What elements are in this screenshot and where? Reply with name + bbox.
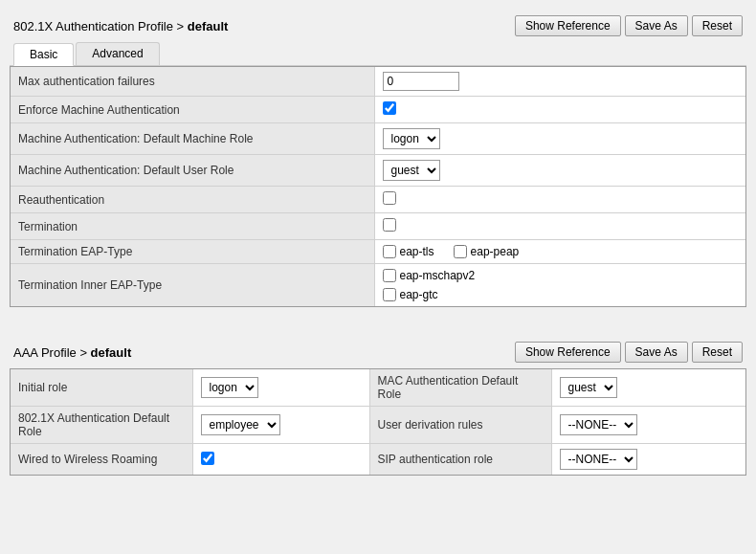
section-802x-form-table: Max authentication failures Enforce Mach… xyxy=(11,67,745,306)
termination-label: Termination xyxy=(11,213,374,240)
user-derivation-rules-label: User derivation rules xyxy=(369,407,551,444)
termination-value-cell xyxy=(374,213,745,240)
wired-to-wireless-label: Wired to Wireless Roaming xyxy=(11,444,192,476)
dot1x-auth-default-role-value-cell: employee guest xyxy=(192,407,369,444)
dot1x-auth-default-role-label: 802.1X Authentication Default Role xyxy=(11,407,192,444)
save-as-button-1[interactable]: Save As xyxy=(625,15,688,36)
eap-mschapv2-label: eap-mschapv2 xyxy=(400,269,476,282)
section-802x-buttons: Show Reference Save As Reset xyxy=(515,15,743,36)
eap-gtc-checkbox[interactable] xyxy=(383,288,396,301)
eap-mschapv2-option: eap-mschapv2 xyxy=(383,269,739,282)
user-derivation-rules-select[interactable]: --NONE-- xyxy=(560,414,637,435)
section-aaa: AAA Profile > default Show Reference Sav… xyxy=(10,336,746,476)
section-802x-table-container: Max authentication failures Enforce Mach… xyxy=(10,66,746,307)
reauthentication-checkbox[interactable] xyxy=(383,191,396,205)
row-dot1x-auth-default-role: 802.1X Authentication Default Role emplo… xyxy=(11,407,745,444)
eap-peap-label: eap-peap xyxy=(471,245,520,258)
section-802x: 802.1X Authentication Profile > default … xyxy=(10,10,746,307)
termination-checkbox[interactable] xyxy=(383,218,396,232)
max-auth-failures-label: Max authentication failures xyxy=(11,67,374,97)
eap-gtc-label: eap-gtc xyxy=(400,288,438,301)
dot1x-auth-default-role-select[interactable]: employee guest xyxy=(201,414,280,435)
section-802x-title: 802.1X Authentication Profile > default xyxy=(13,19,228,33)
row-machine-default-user-role: Machine Authentication: Default User Rol… xyxy=(11,155,745,187)
enforce-machine-auth-label: Enforce Machine Authentication xyxy=(11,97,374,123)
reauthentication-value-cell xyxy=(374,187,745,213)
tab-bar-1: Basic Advanced xyxy=(10,42,746,66)
termination-inner-eap-value-cell: eap-mschapv2 eap-gtc xyxy=(374,264,745,307)
section-aaa-form-table: Initial role logon guest MAC Authenticat… xyxy=(11,369,745,475)
initial-role-label: Initial role xyxy=(11,369,192,407)
mac-auth-default-role-value-cell: guest logon xyxy=(551,369,745,407)
eap-peap-option: eap-peap xyxy=(454,245,520,258)
section-aaa-title: AAA Profile > default xyxy=(13,345,131,360)
save-as-button-2[interactable]: Save As xyxy=(625,342,688,363)
termination-eap-value-cell: eap-tls eap-peap xyxy=(374,240,745,264)
row-termination-inner-eap-type: Termination Inner EAP-Type eap-mschapv2 … xyxy=(11,264,745,307)
row-reauthentication: Reauthentication xyxy=(11,187,745,213)
wired-to-wireless-value-cell xyxy=(192,444,369,476)
initial-role-select[interactable]: logon guest xyxy=(201,377,258,398)
show-reference-button-2[interactable]: Show Reference xyxy=(515,342,621,363)
mac-auth-default-role-select[interactable]: guest logon xyxy=(560,377,617,398)
termination-inner-eap-label: Termination Inner EAP-Type xyxy=(11,264,374,307)
row-initial-role: Initial role logon guest MAC Authenticat… xyxy=(11,369,745,407)
eap-options: eap-tls eap-peap xyxy=(383,245,739,258)
gap xyxy=(10,317,746,336)
eap-tls-checkbox[interactable] xyxy=(383,245,396,258)
section-aaa-buttons: Show Reference Save As Reset xyxy=(515,342,743,363)
machine-default-user-role-value-cell: guest logon xyxy=(374,155,745,187)
enforce-machine-auth-checkbox[interactable] xyxy=(383,101,396,115)
row-machine-default-machine-role: Machine Authentication: Default Machine … xyxy=(11,123,745,155)
reset-button-1[interactable]: Reset xyxy=(692,15,743,36)
section-802x-header: 802.1X Authentication Profile > default … xyxy=(10,10,746,42)
show-reference-button-1[interactable]: Show Reference xyxy=(515,15,621,36)
wired-to-wireless-checkbox[interactable] xyxy=(201,452,214,465)
eap-gtc-option: eap-gtc xyxy=(383,288,739,301)
user-derivation-rules-value-cell: --NONE-- xyxy=(551,407,745,444)
reauthentication-label: Reauthentication xyxy=(11,187,374,213)
section-aaa-table-container: Initial role logon guest MAC Authenticat… xyxy=(10,368,746,476)
reset-button-2[interactable]: Reset xyxy=(692,342,743,363)
row-wired-to-wireless: Wired to Wireless Roaming SIP authentica… xyxy=(11,444,745,476)
max-auth-failures-input[interactable] xyxy=(383,72,459,91)
tab-basic[interactable]: Basic xyxy=(13,43,74,66)
machine-default-machine-role-select[interactable]: logon guest xyxy=(383,128,440,149)
sip-auth-role-value-cell: --NONE-- xyxy=(551,444,745,476)
initial-role-value-cell: logon guest xyxy=(192,369,369,407)
inner-eap-options: eap-mschapv2 eap-gtc xyxy=(383,269,739,301)
section-aaa-header: AAA Profile > default Show Reference Sav… xyxy=(10,336,746,368)
machine-default-machine-role-label: Machine Authentication: Default Machine … xyxy=(11,123,374,155)
max-auth-failures-value-cell xyxy=(374,67,745,97)
sip-auth-role-label: SIP authentication role xyxy=(369,444,551,476)
eap-tls-label: eap-tls xyxy=(400,245,434,258)
row-termination: Termination xyxy=(11,213,745,240)
machine-default-machine-role-value-cell: logon guest xyxy=(374,123,745,155)
row-max-auth-failures: Max authentication failures xyxy=(11,67,745,97)
machine-default-user-role-label: Machine Authentication: Default User Rol… xyxy=(11,155,374,187)
row-enforce-machine-auth: Enforce Machine Authentication xyxy=(11,97,745,123)
tab-advanced[interactable]: Advanced xyxy=(76,42,159,65)
mac-auth-default-role-label: MAC Authentication Default Role xyxy=(369,369,551,407)
eap-mschapv2-checkbox[interactable] xyxy=(383,269,396,282)
enforce-machine-auth-value-cell xyxy=(374,97,745,123)
sip-auth-role-select[interactable]: --NONE-- xyxy=(560,449,637,470)
eap-tls-option: eap-tls xyxy=(383,245,434,258)
termination-eap-label: Termination EAP-Type xyxy=(11,240,374,264)
row-termination-eap-type: Termination EAP-Type eap-tls eap-peap xyxy=(11,240,745,264)
eap-peap-checkbox[interactable] xyxy=(454,245,467,258)
machine-default-user-role-select[interactable]: guest logon xyxy=(383,160,440,181)
